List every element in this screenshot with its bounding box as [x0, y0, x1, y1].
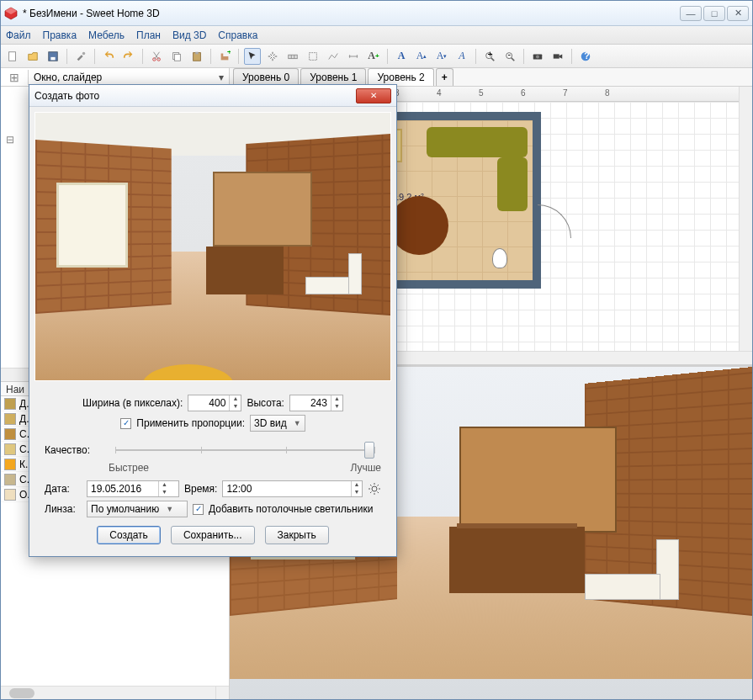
- furniture-sofa[interactable]: [427, 127, 528, 211]
- hscrollbar[interactable]: [1, 686, 215, 699]
- preferences-icon[interactable]: [72, 48, 89, 65]
- width-input[interactable]: [188, 395, 229, 411]
- furniture-table[interactable]: [390, 196, 448, 255]
- window-controls: — □ ✕: [680, 6, 749, 21]
- text-icon[interactable]: A+: [365, 48, 382, 65]
- help-icon[interactable]: ?: [577, 48, 594, 65]
- svg-rect-27: [554, 54, 559, 58]
- quality-label: Качество:: [45, 444, 103, 456]
- text-minus-icon[interactable]: A▾: [433, 48, 450, 65]
- create-button[interactable]: Создать: [97, 526, 161, 544]
- save-button[interactable]: Сохранить...: [171, 526, 255, 544]
- svg-point-30: [372, 486, 377, 491]
- vscrollbar[interactable]: [739, 87, 752, 351]
- tree-expand-icon[interactable]: ⊞: [1, 71, 28, 84]
- menu-view3d[interactable]: Вид 3D: [172, 29, 206, 41]
- create-photo-dialog: Создать фото ✕ Ширина (в пикселах): ▲▼ В…: [29, 84, 397, 557]
- menu-file[interactable]: Файл: [6, 29, 31, 41]
- dialog-close-button[interactable]: ✕: [356, 88, 391, 103]
- svg-rect-15: [289, 55, 298, 58]
- dialog-titlebar[interactable]: Создать фото ✕: [29, 85, 396, 107]
- spin-down-icon[interactable]: ▼: [331, 403, 342, 411]
- text-plus-icon[interactable]: A▴: [413, 48, 430, 65]
- app-icon: [4, 7, 18, 20]
- svg-text:+: +: [227, 50, 231, 56]
- room-icon[interactable]: [305, 48, 321, 65]
- polyline-icon[interactable]: [325, 48, 342, 65]
- height-spinner[interactable]: ▲▼: [289, 395, 343, 411]
- tree-collapse-icon[interactable]: ⊟: [6, 134, 14, 146]
- time-spinner[interactable]: ▲▼: [222, 480, 363, 497]
- svg-rect-2: [9, 51, 16, 61]
- text-bold-icon[interactable]: A: [393, 48, 410, 65]
- menu-plan[interactable]: План: [136, 29, 161, 41]
- width-spinner[interactable]: ▲▼: [188, 395, 241, 411]
- spin-down-icon[interactable]: ▼: [230, 403, 241, 411]
- quality-slider[interactable]: [115, 442, 374, 459]
- time-input[interactable]: [223, 481, 351, 496]
- open-icon[interactable]: [24, 48, 41, 65]
- video-icon[interactable]: [549, 48, 566, 65]
- camera-icon[interactable]: [529, 48, 546, 65]
- 3d-desk: [449, 527, 585, 593]
- spin-up-icon[interactable]: ▲: [230, 395, 241, 403]
- tab-level1[interactable]: Уровень 1: [300, 68, 366, 86]
- svg-line-38: [378, 485, 379, 486]
- spin-up-icon[interactable]: ▲: [159, 481, 170, 489]
- slider-thumb[interactable]: [364, 442, 374, 459]
- apply-ratio-checkbox[interactable]: [120, 418, 131, 429]
- svg-rect-12: [221, 56, 229, 60]
- save-icon[interactable]: [45, 48, 61, 65]
- new-icon[interactable]: [4, 48, 21, 65]
- menu-furniture[interactable]: Мебель: [88, 29, 125, 41]
- spin-up-icon[interactable]: ▲: [352, 481, 362, 489]
- tab-add[interactable]: +: [436, 68, 453, 86]
- toolbar: + A+ A A▴ A▾ A + - ?: [1, 45, 752, 68]
- close-button[interactable]: ✕: [727, 6, 749, 21]
- date-spinner[interactable]: ▲▼: [87, 480, 179, 497]
- close-dialog-button[interactable]: Закрыть: [265, 526, 329, 544]
- pan-icon[interactable]: [264, 48, 281, 65]
- add-lights-checkbox[interactable]: [193, 504, 204, 515]
- maximize-button[interactable]: □: [703, 6, 725, 21]
- zoom-out-icon[interactable]: -: [501, 48, 518, 65]
- text-italic-icon[interactable]: A: [453, 48, 470, 65]
- apply-ratio-label: Применить пропорции:: [136, 417, 245, 429]
- dialog-title: Создать фото: [34, 90, 356, 102]
- dialog-form: Ширина (в пикселах): ▲▼ Высота: ▲▼ Приме…: [29, 386, 396, 556]
- spin-up-icon[interactable]: ▲: [331, 395, 342, 403]
- date-label: Дата:: [45, 483, 82, 495]
- spin-down-icon[interactable]: ▼: [352, 489, 362, 496]
- select-icon[interactable]: [244, 48, 261, 65]
- minimize-button[interactable]: —: [680, 6, 702, 21]
- dimension-icon[interactable]: [345, 48, 362, 65]
- sun-icon[interactable]: [368, 482, 381, 496]
- camera-indicator-icon[interactable]: [492, 248, 507, 268]
- time-label: Время:: [184, 483, 217, 495]
- scroll-corner: [215, 686, 229, 699]
- window-title: * БезИмени - Sweet Home 3D: [23, 8, 680, 19]
- undo-icon[interactable]: [100, 48, 117, 65]
- copy-icon[interactable]: [168, 48, 185, 65]
- titlebar: * БезИмени - Sweet Home 3D — □ ✕: [1, 1, 752, 26]
- zoom-in-icon[interactable]: +: [481, 48, 498, 65]
- menu-edit[interactable]: Правка: [43, 29, 77, 41]
- spin-down-icon[interactable]: ▼: [159, 489, 170, 496]
- cut-icon[interactable]: [148, 48, 165, 65]
- catalog-dropdown-icon[interactable]: ▾: [219, 72, 224, 83]
- tab-level2[interactable]: Уровень 2: [368, 68, 433, 86]
- catalog-item[interactable]: Окно, слайдер ▾: [28, 70, 229, 85]
- paste-icon[interactable]: [188, 48, 205, 65]
- date-input[interactable]: [87, 481, 158, 496]
- height-input[interactable]: [290, 395, 331, 411]
- svg-line-36: [378, 492, 379, 494]
- redo-icon[interactable]: [120, 48, 137, 65]
- wall-icon[interactable]: [284, 48, 301, 65]
- ratio-combo[interactable]: 3D вид▼: [250, 415, 305, 432]
- menu-help[interactable]: Справка: [218, 29, 257, 41]
- lens-combo[interactable]: По умолчанию▼: [87, 501, 188, 517]
- tab-level0[interactable]: Уровень 0: [233, 68, 299, 86]
- quality-fast-label: Быстрее: [109, 462, 149, 474]
- svg-rect-4: [50, 56, 55, 60]
- add-furniture-icon[interactable]: +: [216, 48, 233, 65]
